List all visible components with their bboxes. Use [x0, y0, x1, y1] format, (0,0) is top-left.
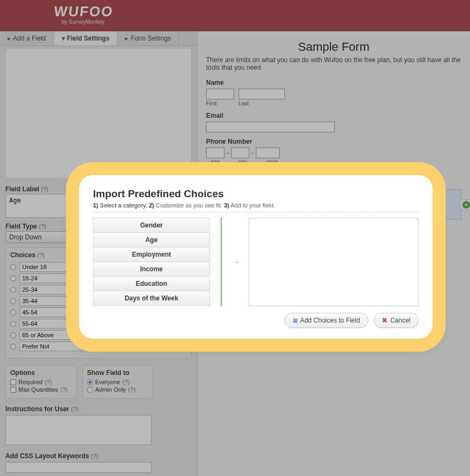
email-label: Email: [206, 112, 461, 119]
options-panel: Options Required (?) Max Quantities (?): [5, 365, 77, 399]
modal-title: Import Predefined Choices: [93, 188, 419, 200]
divider: [221, 218, 222, 306]
instructions-input[interactable]: [5, 415, 151, 445]
tab-label: Field Settings: [67, 35, 110, 42]
option-label: Required: [18, 379, 43, 385]
radio-label: Admin Only: [95, 386, 126, 393]
choice-radio[interactable]: [10, 287, 16, 293]
settings-upper-blank: [5, 48, 191, 178]
category-list[interactable]: Gender Age Employment Income Education D…: [93, 218, 210, 306]
help-icon[interactable]: (?): [45, 379, 52, 385]
choice-input[interactable]: [19, 273, 82, 283]
help-icon[interactable]: (?): [60, 386, 67, 393]
add-row-button[interactable]: +: [462, 201, 470, 209]
triangle-icon: ▶: [8, 36, 11, 41]
tab-label: Add a Field: [13, 35, 46, 42]
tab-add-field[interactable]: ▶Add a Field: [0, 31, 54, 45]
choice-radio[interactable]: [10, 310, 16, 316]
option-label: Max Quantities: [18, 386, 58, 393]
phone-part2-input[interactable]: [231, 148, 249, 158]
choice-radio[interactable]: [10, 264, 16, 270]
tab-label: Form Settings: [130, 35, 171, 42]
phone-label: Phone Number: [206, 138, 461, 145]
choice-input[interactable]: [19, 319, 82, 328]
choice-input[interactable]: [19, 330, 82, 340]
select-value: Drop Down: [9, 233, 42, 241]
tab-field-settings[interactable]: ▶Field Settings: [54, 31, 118, 45]
arrow-right-icon: →: [233, 218, 240, 306]
cancel-button[interactable]: ✖ Cancel: [374, 313, 419, 328]
phone-part3-input[interactable]: [256, 148, 280, 158]
choice-input[interactable]: [19, 341, 82, 351]
css-keywords-title: Add CSS Layout Keywords (?): [5, 452, 191, 460]
category-age[interactable]: Age: [93, 233, 210, 247]
chevron-down-icon: ▾: [436, 200, 440, 208]
help-icon[interactable]: (?): [91, 453, 98, 459]
choices-textarea[interactable]: [249, 218, 418, 306]
first-name-input[interactable]: [206, 89, 234, 99]
css-keywords-input[interactable]: [5, 462, 151, 473]
instructions-title: Instructions for User (?): [5, 405, 191, 413]
phone-sep: -: [227, 149, 229, 157]
choice-input[interactable]: [19, 262, 82, 272]
row-controls: + −: [460, 199, 470, 210]
category-education[interactable]: Education: [93, 277, 210, 291]
adminonly-radio[interactable]: [87, 387, 93, 393]
close-icon: ✖: [382, 317, 387, 324]
triangle-icon: ▶: [125, 36, 128, 41]
choice-radio[interactable]: [10, 276, 16, 281]
triangle-icon: ▶: [61, 37, 65, 40]
category-days-of-week[interactable]: Days of the Week: [93, 291, 210, 306]
button-label: Cancel: [390, 317, 411, 324]
category-income[interactable]: Income: [93, 262, 210, 277]
choice-input[interactable]: [19, 296, 82, 306]
choice-radio[interactable]: [10, 321, 16, 327]
brand-header: WUFOO by SurveyMonkey: [0, 0, 470, 31]
list-icon: ≣: [293, 317, 297, 324]
name-label: Name: [206, 79, 461, 86]
category-employment[interactable]: Employment: [93, 247, 210, 262]
everyone-radio[interactable]: [87, 379, 93, 385]
choice-row: [10, 341, 187, 351]
choice-radio[interactable]: [10, 332, 16, 338]
add-choices-button[interactable]: ≣ Add Choices to Field: [284, 313, 368, 328]
maxq-checkbox[interactable]: [10, 387, 16, 393]
preview-title: Sample Form: [206, 40, 461, 54]
logo-wordmark: WUFOO: [53, 3, 114, 20]
import-choices-modal: Import Predefined Choices 1) Select a ca…: [79, 175, 433, 339]
help-icon[interactable]: (?): [122, 379, 129, 385]
modal-steps: 1) Select a category. 2) Customize as yo…: [93, 202, 419, 212]
tab-form-settings[interactable]: ▶Form Settings: [117, 31, 179, 45]
email-input[interactable]: [206, 122, 335, 132]
choice-input[interactable]: [19, 285, 82, 294]
phone-sublabel: ####: [260, 159, 284, 165]
logo: WUFOO by SurveyMonkey: [54, 3, 114, 25]
help-icon[interactable]: (?): [39, 223, 46, 230]
last-name-input[interactable]: [239, 89, 285, 99]
phone-sep: -: [251, 149, 254, 157]
showfield-title: Show Field to: [87, 369, 148, 377]
required-checkbox[interactable]: [10, 379, 16, 385]
choice-radio[interactable]: [10, 344, 16, 350]
choice-radio[interactable]: [10, 298, 16, 304]
help-icon[interactable]: (?): [71, 406, 78, 412]
help-icon[interactable]: (?): [128, 386, 135, 393]
category-gender[interactable]: Gender: [93, 218, 210, 233]
choice-input[interactable]: [19, 307, 82, 317]
tab-bar: ▶Add a Field ▶Field Settings ▶Form Setti…: [0, 31, 197, 46]
showfield-panel: Show Field to Everyone (?) Admin Only (?…: [82, 365, 153, 399]
phone-sublabel: ###: [233, 159, 251, 165]
last-sublabel: Last: [239, 100, 285, 106]
radio-label: Everyone: [95, 379, 120, 385]
preview-desc: There are limits on what you can do with…: [206, 56, 461, 71]
first-sublabel: First: [206, 100, 234, 106]
help-icon[interactable]: (?): [37, 252, 44, 258]
phone-part1-input[interactable]: [206, 148, 224, 158]
choices-preview: [249, 218, 419, 306]
help-icon[interactable]: (?): [41, 186, 48, 192]
phone-sublabel: ###: [206, 159, 224, 165]
button-label: Add Choices to Field: [300, 317, 360, 324]
options-title: Options: [10, 369, 72, 377]
